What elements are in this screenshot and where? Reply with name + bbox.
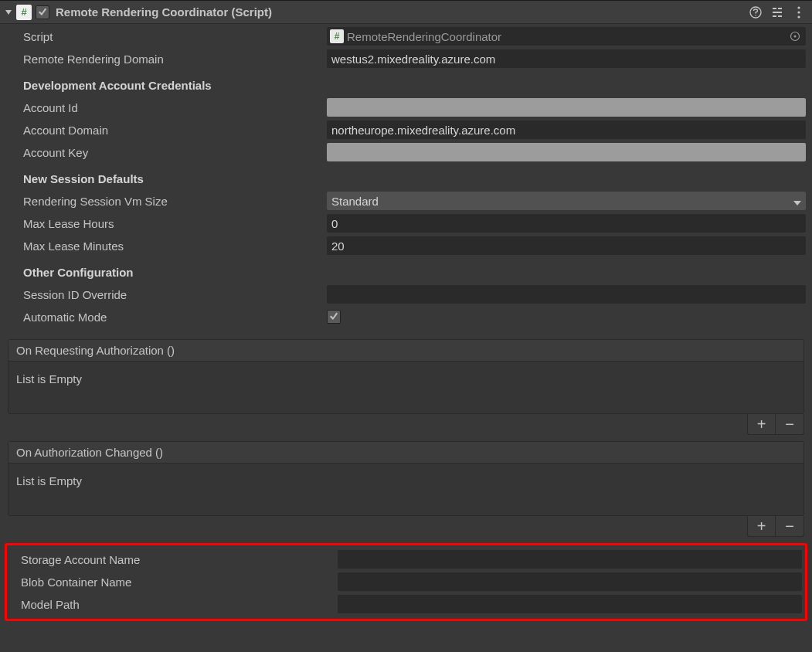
menu-icon[interactable] bbox=[792, 5, 806, 19]
account-key-label: Account Key bbox=[6, 146, 327, 159]
svg-rect-6 bbox=[778, 15, 782, 17]
component-body: Script # RemoteRenderingCoordinator Remo… bbox=[0, 24, 812, 333]
remove-event-button[interactable]: − bbox=[776, 414, 804, 434]
model-path-label: Model Path bbox=[10, 598, 338, 611]
svg-rect-4 bbox=[773, 12, 782, 13]
enable-component-checkbox[interactable] bbox=[36, 5, 49, 19]
model-path-input[interactable] bbox=[338, 595, 802, 613]
on-requesting-authorization-event: On Requesting Authorization () List is E… bbox=[8, 339, 804, 414]
account-domain-label: Account Domain bbox=[6, 124, 327, 137]
add-event-button[interactable]: + bbox=[748, 414, 776, 434]
account-id-label: Account Id bbox=[6, 101, 327, 114]
object-picker-icon[interactable] bbox=[789, 30, 801, 42]
storage-name-input[interactable] bbox=[338, 550, 802, 569]
on-authorization-changed-event: On Authorization Changed () List is Empt… bbox=[8, 441, 804, 516]
svg-rect-3 bbox=[778, 8, 782, 9]
help-icon[interactable] bbox=[749, 5, 763, 19]
max-minutes-label: Max Lease Minutes bbox=[6, 239, 327, 253]
event-empty-text: List is Empty bbox=[8, 464, 804, 515]
svg-point-11 bbox=[794, 36, 797, 38]
account-id-input[interactable] bbox=[327, 98, 806, 117]
component-title: Remote Rendering Coordinator (Script) bbox=[56, 5, 749, 19]
automatic-mode-checkbox[interactable] bbox=[327, 310, 341, 324]
preset-icon[interactable] bbox=[770, 5, 784, 19]
max-hours-label: Max Lease Hours bbox=[6, 217, 327, 230]
storage-name-label: Storage Account Name bbox=[10, 553, 338, 566]
blob-container-label: Blob Container Name bbox=[10, 576, 338, 589]
other-config-header: Other Configuration bbox=[6, 266, 806, 279]
event-header: On Requesting Authorization () bbox=[8, 340, 804, 362]
max-hours-input[interactable] bbox=[327, 214, 806, 233]
svg-point-9 bbox=[797, 15, 800, 18]
inspector-component: # Remote Rendering Coordinator (Script) … bbox=[0, 0, 812, 621]
remote-domain-input[interactable] bbox=[327, 49, 806, 68]
max-minutes-input[interactable] bbox=[327, 236, 806, 255]
session-defaults-header: New Session Defaults bbox=[6, 172, 806, 185]
svg-rect-5 bbox=[773, 15, 776, 17]
account-key-input[interactable] bbox=[327, 143, 806, 161]
vm-size-value: Standard bbox=[331, 195, 379, 208]
remove-event-button[interactable]: − bbox=[776, 516, 804, 536]
script-object-field[interactable]: # RemoteRenderingCoordinator bbox=[327, 27, 806, 46]
svg-point-1 bbox=[755, 15, 756, 15]
component-header: # Remote Rendering Coordinator (Script) bbox=[0, 1, 812, 24]
session-override-label: Session ID Override bbox=[6, 288, 327, 301]
vm-size-dropdown[interactable]: Standard bbox=[327, 192, 806, 210]
script-label: Script bbox=[6, 30, 327, 43]
remote-domain-label: Remote Rendering Domain bbox=[6, 53, 327, 66]
add-event-button[interactable]: + bbox=[748, 516, 776, 536]
script-file-icon: # bbox=[16, 5, 32, 20]
chevron-down-icon bbox=[793, 195, 801, 208]
event-empty-text: List is Empty bbox=[8, 362, 804, 413]
event-header: On Authorization Changed () bbox=[8, 442, 804, 464]
script-value-icon: # bbox=[330, 29, 344, 43]
automatic-mode-label: Automatic Mode bbox=[6, 311, 327, 324]
blob-container-input[interactable] bbox=[338, 572, 802, 591]
dev-credentials-header: Development Account Credentials bbox=[6, 79, 806, 92]
foldout-arrow-icon[interactable] bbox=[3, 7, 14, 18]
svg-point-8 bbox=[797, 11, 800, 13]
highlighted-storage-section: Storage Account Name Blob Container Name… bbox=[5, 543, 807, 621]
account-domain-input[interactable] bbox=[327, 121, 806, 139]
script-value: RemoteRenderingCoordinator bbox=[347, 30, 501, 43]
vm-size-label: Rendering Session Vm Size bbox=[6, 195, 327, 208]
session-override-input[interactable] bbox=[327, 285, 806, 304]
svg-rect-2 bbox=[773, 8, 776, 9]
svg-point-7 bbox=[797, 6, 800, 8]
